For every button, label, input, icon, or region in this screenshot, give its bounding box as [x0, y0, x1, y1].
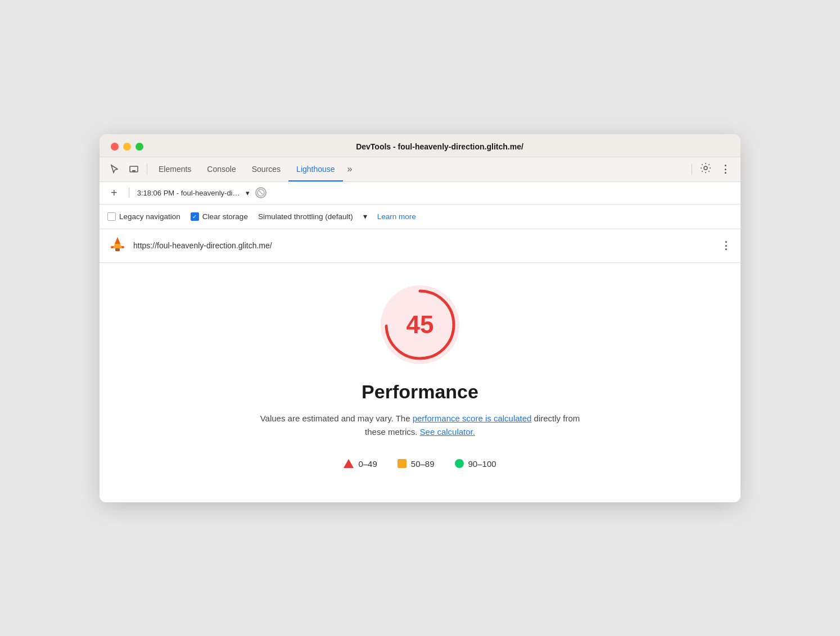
tab-lighthouse[interactable]: Lighthouse	[288, 157, 343, 181]
green-circle-icon	[455, 459, 464, 468]
legend-orange: 50–89	[398, 459, 435, 469]
minimize-button[interactable]	[123, 143, 131, 151]
close-button[interactable]	[111, 143, 119, 151]
svg-line-4	[259, 191, 262, 194]
tab-sources[interactable]: Sources	[244, 157, 288, 181]
options-bar: Legacy navigation ✓ Clear storage Simula…	[100, 205, 740, 229]
cursor-icon-button[interactable]	[105, 161, 124, 178]
lighthouse-icon	[109, 235, 127, 257]
url-text: https://foul-heavenly-direction.glitch.m…	[133, 241, 714, 250]
score-legend: 0–49 50–89 90–100	[344, 459, 496, 469]
toolbar-divider	[129, 188, 129, 198]
legacy-nav-checkbox[interactable]	[107, 212, 116, 221]
svg-marker-7	[115, 237, 120, 244]
settings-button[interactable]	[696, 159, 716, 180]
traffic-lights	[111, 143, 143, 151]
url-more-button[interactable]: ⋮	[721, 239, 731, 252]
maximize-button[interactable]	[136, 143, 143, 151]
svg-point-2	[704, 166, 707, 170]
block-requests-button[interactable]	[255, 187, 267, 198]
browser-window: DevTools - foul-heavenly-direction.glitc…	[100, 134, 740, 502]
throttling-dropdown[interactable]: ▾	[363, 212, 367, 221]
performance-description: Values are estimated and may vary. The p…	[257, 412, 583, 439]
calculator-link[interactable]: See calculator.	[420, 427, 475, 437]
legend-red-range: 0–49	[358, 459, 377, 469]
legend-green-range: 90–100	[468, 459, 496, 469]
tab-divider	[147, 163, 147, 175]
main-content: 45 Performance Values are estimated and …	[100, 263, 740, 502]
secondary-toolbar: + 3:18:06 PM - foul-heavenly-di… ▾	[100, 182, 740, 205]
device-toggle-button[interactable]	[124, 161, 143, 178]
window-title: DevTools - foul-heavenly-direction.glitc…	[150, 142, 729, 151]
throttling-label: Simulated throttling (default)	[258, 212, 353, 221]
performance-title: Performance	[362, 381, 478, 403]
orange-square-icon	[398, 459, 407, 468]
url-bar: https://foul-heavenly-direction.glitch.m…	[100, 229, 740, 263]
legend-green: 90–100	[455, 459, 496, 469]
title-bar: DevTools - foul-heavenly-direction.glitc…	[100, 134, 740, 157]
timestamp-label: 3:18:06 PM - foul-heavenly-di…	[137, 189, 240, 197]
tab-elements[interactable]: Elements	[151, 157, 199, 181]
tab-console[interactable]: Console	[199, 157, 243, 181]
tab-divider-2	[692, 163, 692, 175]
devtools-tabs-bar: Elements Console Sources Lighthouse » ⋮	[100, 157, 740, 182]
recording-dropdown[interactable]: ▾	[246, 189, 250, 197]
red-triangle-icon	[344, 459, 354, 468]
new-recording-button[interactable]: +	[107, 185, 121, 201]
clear-storage-option: ✓ Clear storage	[191, 212, 248, 221]
legend-red: 0–49	[344, 459, 377, 469]
score-value: 45	[407, 311, 434, 339]
svg-rect-1	[132, 170, 136, 171]
legacy-nav-label: Legacy navigation	[119, 212, 180, 221]
legacy-navigation-option: Legacy navigation	[107, 212, 180, 221]
svg-rect-8	[115, 248, 120, 251]
devtools-more-button[interactable]: ⋮	[716, 160, 735, 179]
learn-more-link[interactable]: Learn more	[377, 212, 416, 221]
clear-storage-label: Clear storage	[202, 212, 248, 221]
tab-more[interactable]: »	[343, 157, 357, 181]
legend-orange-range: 50–89	[411, 459, 435, 469]
perf-score-link[interactable]: performance score is calculated	[413, 414, 532, 423]
clear-storage-checkbox[interactable]: ✓	[191, 212, 199, 221]
score-container: 45	[381, 285, 459, 364]
